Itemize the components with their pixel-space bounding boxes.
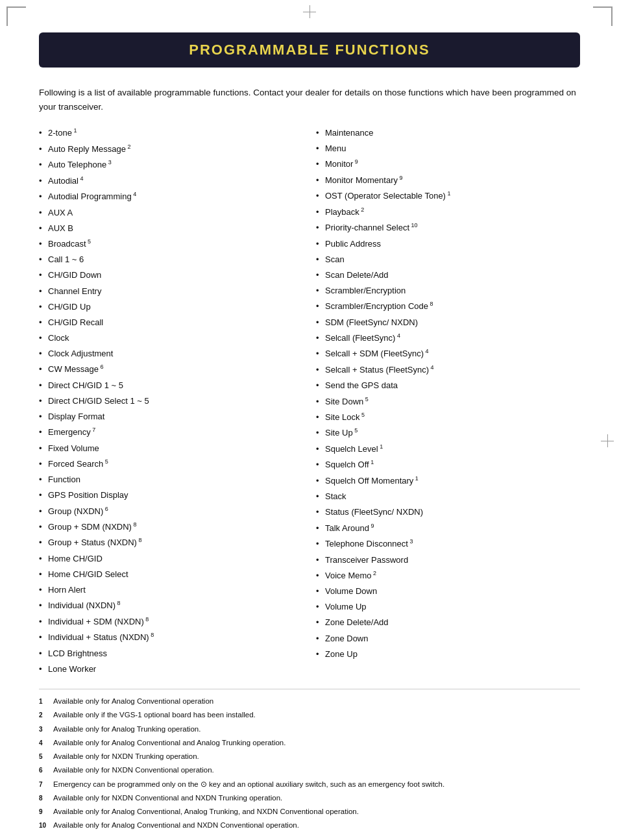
list-item: AUX A [39,205,303,221]
corner-mark-tr [593,6,613,26]
list-item: Voice Memo 2 [316,568,580,584]
list-item: Squelch Off Momentary 1 [316,473,580,489]
footnote-item: 2Available only if the VGS-1 optional bo… [39,710,580,721]
list-item: Home CH/GID Select [39,567,303,582]
list-item: Selcall (FleetSync) 4 [316,330,580,346]
list-item: Status (FleetSync/ NXDN) [316,504,580,520]
list-item: Display Format [39,409,303,425]
cross-mark-top [303,5,316,18]
list-item: Zone Up [316,647,580,662]
list-item: Auto Reply Message 2 [39,142,303,157]
list-item: Horn Alert [39,582,303,598]
footnote-text: Available only for NXDN Trunking operati… [53,751,580,762]
list-item: Scrambler/Encryption Code 8 [316,299,580,314]
footnote-item: 6Available only for NXDN Conventional op… [39,765,580,776]
list-item: Fixed Volume [39,441,303,456]
footnotes-section: 1Available only for Analog Conventional … [39,689,580,832]
list-item: SDM (FleetSync/ NXDN) [316,315,580,330]
left-list: 2-tone 1Auto Reply Message 2Auto Telepho… [39,125,303,677]
list-item: Lone Worker [39,661,303,677]
list-item: AUX B [39,221,303,236]
list-item: Scrambler/Encryption [316,283,580,299]
list-item: Volume Up [316,599,580,615]
footnote-number: 4 [39,738,53,748]
footnote-text: Available only for Analog Conventional o… [53,696,580,707]
list-item: Public Address [316,236,580,252]
list-item: Home CH/GID [39,551,303,567]
list-item: Clock Adjustment [39,346,303,362]
columns-wrapper: 2-tone 1Auto Reply Message 2Auto Telepho… [39,125,580,677]
list-item: Channel Entry [39,284,303,299]
title-box: PROGRAMMABLE FUNCTIONS [39,32,580,68]
footnote-item: 4Available only for Analog Conventional … [39,737,580,748]
footnote-number: 5 [39,752,53,761]
footnote-text: Available only for Analog Conventional a… [53,737,580,748]
list-item: CH/GID Down [39,267,303,283]
list-item: Auto Telephone 3 [39,157,303,173]
intro-paragraph: Following is a list of available program… [39,86,580,114]
list-item: Talk Around 9 [316,521,580,536]
list-item: Clock [39,330,303,346]
footnote-item: 7Emergency can be programmed only on the… [39,779,580,790]
list-item: Zone Down [316,631,580,647]
list-item: Transceiver Password [316,552,580,568]
list-item: Squelch Off 1 [316,457,580,473]
list-item: Priority-channel Select 10 [316,220,580,236]
page-title: PROGRAMMABLE FUNCTIONS [39,42,580,58]
cross-mark-right [601,434,614,447]
list-item: Selcall + Status (FleetSync) 4 [316,362,580,378]
footnote-item: 1Available only for Analog Conventional … [39,696,580,707]
list-item: Menu [316,141,580,156]
footnote-text: Emergency can be programmed only on the … [53,779,580,790]
footnote-text: Available only for Analog Trunking opera… [53,724,580,735]
list-item: Stack [316,489,580,504]
list-item: Monitor 9 [316,156,580,172]
list-item: Group + Status (NXDN) 8 [39,535,303,550]
list-item: Squelch Level 1 [316,441,580,457]
page: PROGRAMMABLE FUNCTIONS Following is a li… [0,0,619,840]
list-item: Broadcast 5 [39,236,303,252]
footnote-number: 2 [39,710,53,720]
footnote-number: 8 [39,793,53,803]
list-item: Emergency 7 [39,425,303,440]
list-item: Zone Delete/Add [316,615,580,630]
list-item: OST (Operator Selectable Tone) 1 [316,188,580,204]
list-item: Site Up 5 [316,425,580,441]
list-item: 2-tone 1 [39,125,303,141]
list-item: Individual + SDM (NXDN) 8 [39,614,303,630]
list-item: Maintenance [316,125,580,141]
list-item: Scan [316,252,580,267]
footnote-item: 5Available only for NXDN Trunking operat… [39,751,580,762]
list-item: Send the GPS data [316,378,580,393]
footnote-item: 9Available only for Analog Conventional,… [39,806,580,817]
list-item: CH/GID Up [39,299,303,315]
list-item: Individual (NXDN) 8 [39,598,303,613]
list-item: Telephone Disconnect 3 [316,536,580,552]
footnote-number: 7 [39,780,53,789]
list-item: Function [39,472,303,488]
footnote-text: Available only for NXDN Conventional ope… [53,765,580,776]
list-item: Site Down 5 [316,394,580,410]
list-item: Call 1 ~ 6 [39,252,303,267]
list-item: Group + SDM (NXDN) 8 [39,519,303,535]
list-item: Forced Search 5 [39,456,303,472]
list-item: Monitor Momentary 9 [316,173,580,188]
footnote-text: Available only if the VGS-1 optional boa… [53,710,580,721]
footnote-text: Available only for Analog Conventional, … [53,806,580,817]
list-item: CH/GID Recall [39,315,303,330]
list-item: Direct CH/GID Select 1 ~ 5 [39,393,303,409]
list-item: CW Message 6 [39,362,303,377]
right-list: MaintenanceMenuMonitor 9Monitor Momentar… [316,125,580,662]
list-item: Individual + Status (NXDN) 8 [39,630,303,645]
list-item: Selcall + SDM (FleetSync) 4 [316,346,580,362]
list-item: Group (NXDN) 6 [39,504,303,519]
corner-mark-tl [6,6,26,26]
footnote-number: 10 [39,821,53,830]
list-item: Volume Down [316,584,580,599]
footnote-number: 9 [39,807,53,817]
footnote-item: 8Available only for NXDN Conventional an… [39,793,580,804]
footnote-number: 1 [39,697,53,706]
footnote-item: 10Available only for Analog Conventional… [39,820,580,831]
list-item: LCD Brightness [39,646,303,661]
footnote-text: Available only for Analog Conventional a… [53,820,580,831]
